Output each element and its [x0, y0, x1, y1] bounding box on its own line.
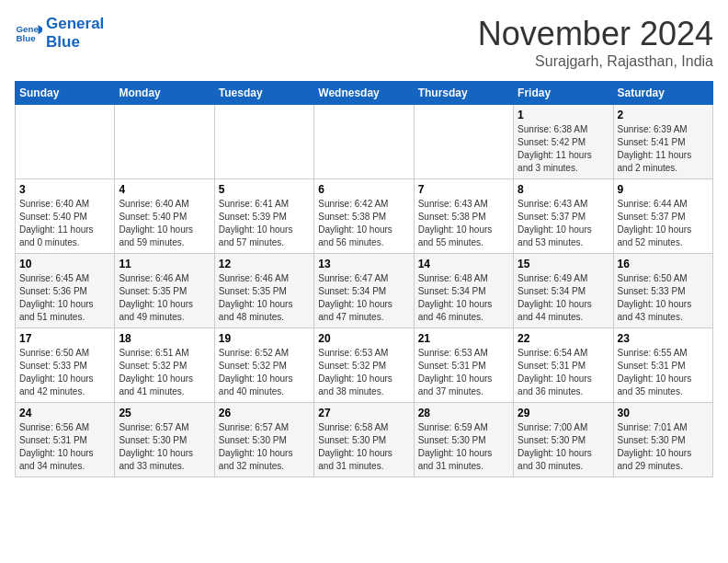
- calendar-cell: 25Sunrise: 6:57 AMSunset: 5:30 PMDayligh…: [115, 403, 214, 477]
- calendar-week-row: 17Sunrise: 6:50 AMSunset: 5:33 PMDayligh…: [16, 328, 713, 403]
- day-info: Sunrise: 6:42 AMSunset: 5:38 PMDaylight:…: [318, 198, 409, 249]
- day-number: 26: [219, 407, 310, 419]
- calendar-cell: 4Sunrise: 6:40 AMSunset: 5:40 PMDaylight…: [115, 179, 214, 254]
- day-number: 30: [618, 407, 709, 419]
- calendar-cell: 30Sunrise: 7:01 AMSunset: 5:30 PMDayligh…: [613, 403, 712, 477]
- day-info: Sunrise: 6:53 AMSunset: 5:31 PMDaylight:…: [418, 347, 509, 398]
- day-info: Sunrise: 6:44 AMSunset: 5:37 PMDaylight:…: [618, 198, 709, 249]
- calendar-cell: 9Sunrise: 6:44 AMSunset: 5:37 PMDaylight…: [613, 179, 712, 254]
- day-info: Sunrise: 6:49 AMSunset: 5:34 PMDaylight:…: [518, 272, 609, 324]
- day-info: Sunrise: 6:50 AMSunset: 5:33 PMDaylight:…: [618, 272, 709, 324]
- day-number: 16: [618, 258, 709, 270]
- calendar-header-row: SundayMondayTuesdayWednesdayThursdayFrid…: [16, 82, 713, 105]
- calendar-cell: 27Sunrise: 6:58 AMSunset: 5:30 PMDayligh…: [314, 403, 414, 477]
- day-info: Sunrise: 6:40 AMSunset: 5:40 PMDaylight:…: [119, 198, 210, 249]
- calendar-cell: 28Sunrise: 6:59 AMSunset: 5:30 PMDayligh…: [414, 403, 513, 477]
- calendar-week-row: 24Sunrise: 6:56 AMSunset: 5:31 PMDayligh…: [16, 403, 713, 477]
- day-number: 6: [318, 183, 409, 196]
- day-number: 13: [318, 258, 409, 270]
- day-info: Sunrise: 6:55 AMSunset: 5:31 PMDaylight:…: [618, 347, 709, 398]
- day-number: 7: [418, 183, 509, 196]
- calendar-cell: 23Sunrise: 6:55 AMSunset: 5:31 PMDayligh…: [613, 328, 712, 403]
- calendar-cell: 7Sunrise: 6:43 AMSunset: 5:38 PMDaylight…: [414, 179, 513, 254]
- day-info: Sunrise: 6:43 AMSunset: 5:38 PMDaylight:…: [418, 198, 509, 249]
- logo-blue: Blue: [46, 33, 104, 52]
- day-number: 18: [119, 332, 210, 345]
- day-info: Sunrise: 6:48 AMSunset: 5:34 PMDaylight:…: [418, 272, 509, 324]
- day-number: 15: [518, 258, 609, 270]
- weekday-header: Wednesday: [314, 82, 414, 105]
- day-info: Sunrise: 6:51 AMSunset: 5:32 PMDaylight:…: [119, 347, 210, 398]
- calendar-cell: 29Sunrise: 7:00 AMSunset: 5:30 PMDayligh…: [514, 403, 613, 477]
- location-subtitle: Surajgarh, Rajasthan, India: [478, 53, 713, 70]
- calendar-week-row: 1Sunrise: 6:38 AMSunset: 5:42 PMDaylight…: [16, 105, 713, 179]
- logo: General Blue General Blue: [15, 15, 104, 52]
- page-header: General Blue General Blue November 2024 …: [15, 15, 713, 70]
- day-info: Sunrise: 6:54 AMSunset: 5:31 PMDaylight:…: [518, 347, 609, 398]
- day-number: 19: [219, 332, 310, 345]
- calendar-cell: 26Sunrise: 6:57 AMSunset: 5:30 PMDayligh…: [214, 403, 313, 477]
- day-number: 21: [418, 332, 509, 345]
- day-number: 5: [219, 183, 310, 196]
- calendar-cell: 5Sunrise: 6:41 AMSunset: 5:39 PMDaylight…: [214, 179, 313, 254]
- month-title: November 2024: [478, 15, 713, 53]
- calendar-cell: 13Sunrise: 6:47 AMSunset: 5:34 PMDayligh…: [314, 254, 414, 328]
- weekday-header: Sunday: [16, 82, 115, 105]
- day-info: Sunrise: 6:38 AMSunset: 5:42 PMDaylight:…: [518, 123, 609, 175]
- calendar-cell: 1Sunrise: 6:38 AMSunset: 5:42 PMDaylight…: [514, 105, 613, 179]
- weekday-header: Tuesday: [214, 82, 313, 105]
- calendar-cell: 20Sunrise: 6:53 AMSunset: 5:32 PMDayligh…: [314, 328, 414, 403]
- day-info: Sunrise: 6:52 AMSunset: 5:32 PMDaylight:…: [219, 347, 310, 398]
- day-info: Sunrise: 7:00 AMSunset: 5:30 PMDaylight:…: [518, 421, 609, 473]
- calendar-cell: 17Sunrise: 6:50 AMSunset: 5:33 PMDayligh…: [16, 328, 115, 403]
- day-number: 28: [418, 407, 509, 419]
- calendar-cell: 2Sunrise: 6:39 AMSunset: 5:41 PMDaylight…: [613, 105, 712, 179]
- day-number: 22: [518, 332, 609, 345]
- day-number: 25: [119, 407, 210, 419]
- calendar-cell: 22Sunrise: 6:54 AMSunset: 5:31 PMDayligh…: [514, 328, 613, 403]
- day-info: Sunrise: 7:01 AMSunset: 5:30 PMDaylight:…: [618, 421, 709, 473]
- day-info: Sunrise: 6:46 AMSunset: 5:35 PMDaylight:…: [119, 272, 210, 324]
- calendar-cell: 3Sunrise: 6:40 AMSunset: 5:40 PMDaylight…: [16, 179, 115, 254]
- day-number: 11: [119, 258, 210, 270]
- day-number: 17: [19, 332, 110, 345]
- weekday-header: Friday: [514, 82, 613, 105]
- logo-general: General: [46, 15, 104, 33]
- day-number: 10: [19, 258, 110, 270]
- calendar-cell: [314, 105, 414, 179]
- day-number: 8: [518, 183, 609, 196]
- day-info: Sunrise: 6:43 AMSunset: 5:37 PMDaylight:…: [518, 198, 609, 249]
- day-info: Sunrise: 6:50 AMSunset: 5:33 PMDaylight:…: [19, 347, 110, 398]
- day-info: Sunrise: 6:40 AMSunset: 5:40 PMDaylight:…: [19, 198, 110, 249]
- day-number: 4: [119, 183, 210, 196]
- day-number: 2: [618, 109, 709, 121]
- calendar-cell: 15Sunrise: 6:49 AMSunset: 5:34 PMDayligh…: [514, 254, 613, 328]
- day-info: Sunrise: 6:59 AMSunset: 5:30 PMDaylight:…: [418, 421, 509, 473]
- day-info: Sunrise: 6:46 AMSunset: 5:35 PMDaylight:…: [219, 272, 310, 324]
- calendar-cell: 11Sunrise: 6:46 AMSunset: 5:35 PMDayligh…: [115, 254, 214, 328]
- calendar-cell: 6Sunrise: 6:42 AMSunset: 5:38 PMDaylight…: [314, 179, 414, 254]
- calendar-cell: [115, 105, 214, 179]
- calendar-cell: 16Sunrise: 6:50 AMSunset: 5:33 PMDayligh…: [613, 254, 712, 328]
- svg-text:Blue: Blue: [17, 33, 37, 43]
- calendar-cell: 8Sunrise: 6:43 AMSunset: 5:37 PMDaylight…: [514, 179, 613, 254]
- day-number: 3: [19, 183, 110, 196]
- day-info: Sunrise: 6:58 AMSunset: 5:30 PMDaylight:…: [318, 421, 409, 473]
- calendar-cell: [214, 105, 313, 179]
- calendar-cell: [414, 105, 513, 179]
- weekday-header: Thursday: [414, 82, 513, 105]
- day-info: Sunrise: 6:41 AMSunset: 5:39 PMDaylight:…: [219, 198, 310, 249]
- title-block: November 2024 Surajgarh, Rajasthan, Indi…: [478, 15, 713, 70]
- day-number: 12: [219, 258, 310, 270]
- day-number: 29: [518, 407, 609, 419]
- weekday-header: Monday: [115, 82, 214, 105]
- calendar-cell: 12Sunrise: 6:46 AMSunset: 5:35 PMDayligh…: [214, 254, 313, 328]
- day-info: Sunrise: 6:53 AMSunset: 5:32 PMDaylight:…: [318, 347, 409, 398]
- day-info: Sunrise: 6:47 AMSunset: 5:34 PMDaylight:…: [318, 272, 409, 324]
- day-info: Sunrise: 6:39 AMSunset: 5:41 PMDaylight:…: [618, 123, 709, 175]
- calendar-cell: 24Sunrise: 6:56 AMSunset: 5:31 PMDayligh…: [16, 403, 115, 477]
- calendar-cell: 18Sunrise: 6:51 AMSunset: 5:32 PMDayligh…: [115, 328, 214, 403]
- calendar-cell: 19Sunrise: 6:52 AMSunset: 5:32 PMDayligh…: [214, 328, 313, 403]
- day-number: 14: [418, 258, 509, 270]
- day-info: Sunrise: 6:56 AMSunset: 5:31 PMDaylight:…: [19, 421, 110, 473]
